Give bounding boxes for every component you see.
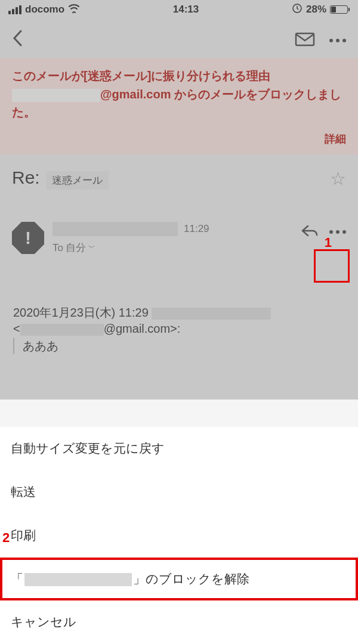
- redacted-sender-name: [53, 222, 178, 236]
- subject-label-badge[interactable]: 迷惑メール: [46, 171, 109, 190]
- sheet-autosize[interactable]: 自動サイズ変更を元に戻す: [0, 427, 358, 470]
- annotation-2: 2: [2, 530, 10, 546]
- sheet-cancel[interactable]: キャンセル: [0, 600, 358, 644]
- status-bar: docomo 14:13 28%: [0, 0, 358, 19]
- clock: 14:13: [173, 4, 199, 16]
- spam-banner: このメールが[迷惑メール]に振り分けられる理由 @gmail.com からのメー…: [0, 58, 358, 154]
- spam-avatar-icon: !: [12, 222, 44, 254]
- nav-bar: [0, 19, 358, 58]
- subject-row: Re: 迷惑メール ☆: [0, 154, 358, 190]
- battery-pct: 28%: [306, 4, 326, 16]
- back-button[interactable]: [12, 29, 23, 52]
- redacted-body-name: [152, 308, 271, 320]
- sheet-forward[interactable]: 転送: [0, 470, 358, 514]
- subject-re: Re:: [12, 168, 40, 188]
- signal-icon: [8, 5, 21, 14]
- battery-icon: [330, 5, 350, 14]
- wifi-icon: [68, 4, 80, 16]
- annotation-1: 1: [325, 235, 332, 250]
- message-more-button[interactable]: [329, 230, 346, 234]
- annotation-1-box: [314, 249, 350, 283]
- redacted-body-email: [20, 324, 104, 336]
- rotation-lock-icon: [292, 3, 303, 17]
- quoted-text: あああ: [23, 338, 345, 354]
- spam-detail-link[interactable]: 詳細: [12, 132, 346, 146]
- spam-title: このメールが[迷惑メール]に振り分けられる理由: [12, 67, 346, 84]
- redacted-sender: [12, 89, 100, 102]
- sheet-print[interactable]: 印刷: [0, 514, 358, 558]
- archive-icon[interactable]: [295, 32, 315, 49]
- email-body: 2020年1月23日(木) 11:29 <@gmail.com>: あああ: [0, 255, 358, 354]
- spam-body: @gmail.com からのメールをブロックしました。: [12, 85, 346, 121]
- sheet-unblock[interactable]: 「」のブロックを解除: [0, 558, 358, 600]
- more-menu-button[interactable]: [329, 39, 346, 42]
- sender-row: ! 11:29 To 自分 ﹀: [0, 190, 358, 255]
- reply-button[interactable]: [301, 222, 319, 242]
- carrier-label: docomo: [25, 4, 64, 16]
- chevron-down-icon: ﹀: [88, 243, 95, 253]
- sender-time: 11:29: [184, 223, 209, 235]
- star-button[interactable]: ☆: [330, 168, 346, 189]
- recipient-line[interactable]: To 自分 ﹀: [53, 241, 292, 255]
- redacted-unblock-name: [24, 573, 132, 586]
- action-sheet: 自動サイズ変更を元に戻す 転送 印刷 「」のブロックを解除 キャンセル: [0, 427, 358, 644]
